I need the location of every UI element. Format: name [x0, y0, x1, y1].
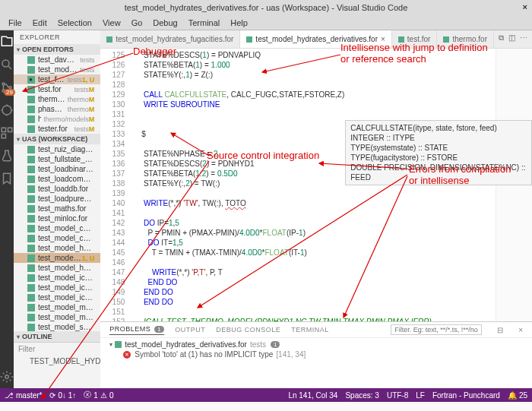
outline-item[interactable]: TEST_MODEL_HYDRATES_DERIVATIVES 1 [14, 356, 100, 367]
compare-icon[interactable]: ⧉ [499, 33, 504, 45]
open-editors-header[interactable]: OPEN EDITORS [14, 44, 100, 55]
file-icon [27, 185, 35, 193]
cursor-pos[interactable]: Ln 141, Col 34 [288, 391, 337, 400]
workspace-file-item[interactable]: test_model_cubic.for [14, 233, 100, 243]
error-icon: ✕ [123, 351, 131, 359]
open-editor-item[interactable]: hydrates.forthermo/modelsM [14, 114, 100, 124]
open-editor-item[interactable]: test_dave_lng_case.fortests [14, 55, 100, 65]
tab-actions: ⧉ ◫ ⋯ [494, 30, 532, 48]
editor-tab[interactable]: test_model_hydrates_derivatives.for× [240, 30, 391, 48]
open-editor-item[interactable]: phasedesc.forthermoM [14, 104, 100, 114]
workspace-file-item[interactable]: test_model_marseille.for [14, 312, 100, 322]
output-tab[interactable]: OUTPUT [175, 326, 205, 334]
file-icon [27, 215, 35, 223]
indent-indicator[interactable]: Spaces: 3 [345, 391, 378, 400]
problems-panel: PROBLEMS 1 OUTPUT DEBUG CONSOLE TERMINAL… [100, 321, 532, 388]
menu-view[interactable]: View [97, 18, 126, 27]
file-icon [27, 304, 35, 311]
workspace-file-item[interactable]: test_fullstate_salt.for [14, 154, 100, 164]
workspace-file-item[interactable]: test_maths.for [14, 204, 100, 213]
file-icon [27, 156, 35, 163]
file-icon [27, 245, 35, 252]
workspace-file-item[interactable]: test_model_ice_2.for [14, 273, 100, 283]
terminal-tab[interactable]: TERMINAL [291, 326, 329, 334]
eol-indicator[interactable]: LF [416, 391, 425, 400]
workspace-file-item[interactable]: test_model_ice_full.for [14, 283, 100, 292]
svg-rect-8 [2, 134, 5, 138]
test-icon[interactable] [0, 149, 14, 163]
sidebar: EXPLORER OPEN EDITORS test_dave_lng_case… [14, 30, 100, 388]
menu-file[interactable]: File [3, 18, 27, 27]
explorer-icon[interactable] [0, 35, 14, 49]
svg-rect-6 [2, 128, 5, 131]
split-icon[interactable]: ◫ [508, 33, 515, 45]
workspace-file-item[interactable]: test_loaddb.for [14, 184, 100, 194]
problem-file[interactable]: test_model_hydrates_derivatives.for test… [106, 340, 526, 349]
file-icon [27, 284, 35, 292]
workspace-file-item[interactable]: test_model_coutinho_2.for [14, 223, 100, 233]
problems-filter[interactable] [391, 324, 482, 335]
menu-go[interactable]: Go [126, 18, 148, 27]
file-icon [27, 66, 35, 74]
svg-rect-7 [8, 128, 12, 131]
bookmark-icon[interactable] [0, 172, 14, 185]
menu-bar: File Edit Selection View Go Debug Termin… [0, 15, 532, 30]
search-icon[interactable] [0, 58, 14, 71]
workspace-file-item[interactable]: test_minloc.for [14, 213, 100, 223]
extensions-icon[interactable] [0, 126, 14, 140]
workspace-header[interactable]: UAS (WORKSPACE) [14, 134, 100, 144]
open-editor-item[interactable]: tester.fortestsM [14, 124, 100, 134]
activity-bar: 29 [0, 30, 14, 388]
workspace-file-item[interactable]: test_ruiz_diagram.for [14, 144, 100, 154]
menu-terminal[interactable]: Terminal [183, 18, 226, 27]
file-icon [27, 175, 35, 183]
menu-selection[interactable]: Selection [52, 18, 97, 27]
gear-icon[interactable] [0, 370, 14, 384]
file-icon [27, 274, 35, 282]
workspace-file-item[interactable]: test_model_marseille_methanol.for [14, 302, 100, 312]
open-editor-item[interactable]: test_model_hydrates_fugacities.fortests [14, 65, 100, 74]
open-editor-item[interactable]: thermo.forthermoM [14, 94, 100, 104]
problem-item[interactable]: ✕ Symbol 'toto' at (1) has no IMPLICIT t… [106, 349, 526, 359]
menu-debug[interactable]: Debug [147, 18, 182, 27]
lang-indicator[interactable]: Fortran - Punchcard [432, 391, 500, 400]
editor-tab[interactable]: test.for [392, 30, 438, 48]
workspace-file-item[interactable]: test_loadbinaryparadb.for [14, 164, 100, 174]
window-title: test_model_hydrates_derivatives.for - ua… [125, 3, 408, 12]
outline-filter[interactable]: Filter [14, 342, 100, 356]
scm-icon[interactable]: 29 [0, 81, 14, 94]
open-editor-item[interactable]: test_flash_hydrates_derivatives.fortests… [14, 74, 100, 84]
svg-point-9 [5, 375, 9, 379]
debug-icon[interactable] [0, 103, 14, 117]
branch-indicator[interactable]: ⎇ master* [5, 391, 42, 400]
sidebar-title: EXPLORER [14, 30, 100, 44]
menu-help[interactable]: Help [225, 18, 253, 27]
collapse-icon[interactable]: ⊟ [497, 326, 503, 334]
workspace-file-item[interactable]: test_model_salt.for [14, 322, 100, 331]
editor-tab[interactable]: test_model_hydrates_fugacities.for [100, 30, 240, 48]
outline-header[interactable]: OUTLINE [14, 331, 100, 342]
workspace-file-item[interactable]: test_loadcomps.for [14, 174, 100, 184]
close-tab-icon[interactable]: × [381, 35, 385, 43]
code-editor[interactable]: 1251261271281291301311321331341351361371… [100, 49, 532, 321]
encoding-indicator[interactable]: UTF-8 [387, 391, 408, 400]
open-editor-item[interactable]: test.fortestsM [14, 84, 100, 94]
errors-indicator[interactable]: ⓧ 1 ⚠ 0 [84, 390, 113, 400]
sync-indicator[interactable]: ⟳ 0↓ 1↑ [49, 391, 76, 400]
menu-edit[interactable]: Edit [27, 18, 52, 27]
editor-tab[interactable]: thermo.for [437, 30, 494, 48]
svg-point-2 [2, 83, 5, 85]
panel-close-icon[interactable]: × [518, 326, 523, 334]
workspace-file-item[interactable]: test_loadpureparadb.for [14, 194, 100, 204]
workspace-file-item[interactable]: test_model_hydrates_derivatives.for1, U [14, 253, 100, 263]
problems-tab[interactable]: PROBLEMS 1 [109, 325, 164, 335]
workspace-file-item[interactable]: test_model_hydrates_2.for [14, 243, 100, 253]
close-icon[interactable]: × [523, 2, 527, 11]
workspace-file-item[interactable]: test_model_ice.for [14, 292, 100, 302]
debug-console-tab[interactable]: DEBUG CONSOLE [216, 326, 280, 334]
editor-group: test_model_hydrates_fugacities.fortest_m… [100, 30, 532, 388]
workspace-file-item[interactable]: test_model_hydrates_fugacities.for [14, 263, 100, 273]
more-icon[interactable]: ⋯ [520, 33, 527, 45]
notifications-icon[interactable]: 🔔25 [508, 391, 527, 400]
svg-line-1 [8, 66, 11, 69]
